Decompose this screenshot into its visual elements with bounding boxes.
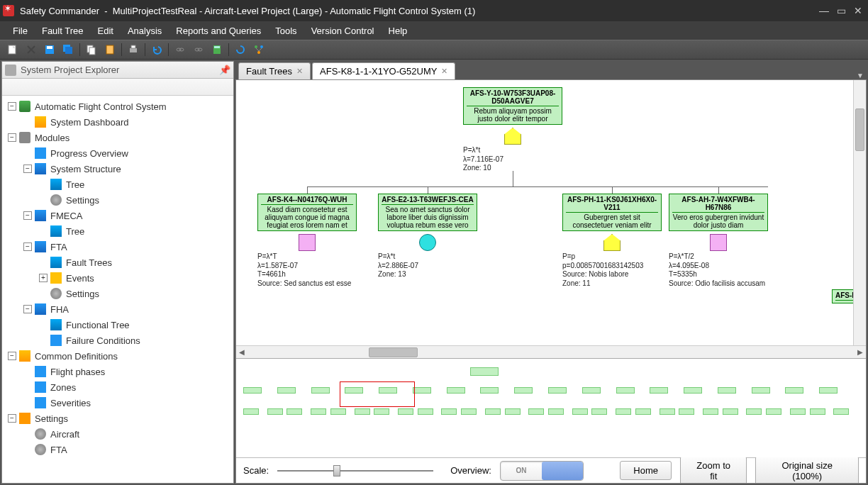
vertical-scrollbar[interactable]: [853, 80, 866, 345]
tree-item[interactable]: −Modules: [4, 130, 232, 145]
tree-item[interactable]: Tree: [4, 177, 232, 192]
tree-item[interactable]: −System Structure: [4, 161, 232, 177]
ft-node[interactable]: AFS-Y-10-W753F3UAP08-D50AAGVE7Rebum aliq…: [463, 87, 562, 173]
new-icon[interactable]: [4, 42, 21, 57]
tree-item-label: FMECA: [50, 211, 83, 221]
explorer-filter[interactable]: [2, 79, 233, 96]
link1-icon[interactable]: [172, 42, 189, 57]
overview-panel[interactable]: [236, 358, 866, 457]
tree-toggle[interactable]: −: [23, 305, 32, 313]
tree-item[interactable]: −FMECA: [4, 208, 232, 223]
menu-item-file[interactable]: File: [6, 26, 35, 36]
tree-item[interactable]: Tree: [4, 223, 232, 239]
menu-item-tools[interactable]: Tools: [268, 26, 304, 36]
tree-item[interactable]: Aircraft: [4, 426, 232, 442]
tree-toggle[interactable]: −: [8, 414, 16, 423]
tree-toggle[interactable]: −: [8, 133, 16, 142]
overview-viewport[interactable]: [340, 381, 415, 407]
overview-mini-node: [650, 387, 668, 394]
tree-toggle[interactable]: −: [8, 352, 16, 360]
original-size-button[interactable]: Original size (100%): [755, 456, 859, 484]
tree-toggle[interactable]: −: [23, 165, 32, 173]
zoom-to-fit-button[interactable]: Zoom to fit: [680, 456, 747, 484]
maximize-button[interactable]: ▭: [834, 4, 848, 18]
overview-mini-node: [243, 408, 259, 415]
tree-item[interactable]: Fault Trees: [4, 255, 232, 270]
menu-item-analysis[interactable]: Analysis: [121, 26, 169, 36]
tree-item[interactable]: −FTA: [4, 239, 232, 255]
tree-item[interactable]: Severities: [4, 395, 232, 411]
svg-point-17: [260, 45, 263, 48]
scroll-left-icon[interactable]: ◀: [236, 347, 247, 358]
ft-node[interactable]: AFS-AH-7-W4XFWB4-H67N86Vero eros gubergr…: [669, 194, 768, 288]
overview-mini-node: [723, 408, 738, 415]
ft-node[interactable]: AFS-K4--N04176Q-WUHKasd diam consetetur …: [257, 194, 357, 288]
ft-node[interactable]: AFS-PH-11-KS0J61XH6X0-V211Gubergren stet…: [562, 194, 662, 288]
menu-item-help[interactable]: Help: [382, 26, 415, 36]
overview-toggle[interactable]: ON: [500, 461, 584, 481]
scale-label: Scale:: [243, 465, 269, 476]
explorer-tree[interactable]: −Automatic Flight Control SystemSystem D…: [2, 96, 233, 483]
minimize-button[interactable]: —: [817, 4, 831, 18]
menu-item-version-control[interactable]: Version Control: [304, 26, 382, 36]
tree-item[interactable]: −Automatic Flight Control System: [4, 99, 232, 114]
tree-item[interactable]: Zones: [4, 379, 232, 395]
menu-item-edit[interactable]: Edit: [90, 26, 120, 36]
undo-icon[interactable]: [148, 42, 165, 57]
close-icon[interactable]: ✕: [296, 67, 303, 76]
horizontal-scrollbar[interactable]: ◀ ▶: [236, 345, 866, 358]
overview-mini-node: [374, 408, 389, 415]
fault-tree-canvas[interactable]: AFS-Y-10-W753F3UAP08-D50AAGVE7Rebum aliq…: [236, 80, 866, 358]
ft-gate-house-icon: [504, 128, 521, 145]
overview-mini-node: [461, 408, 477, 415]
ft-node[interactable]: AFS-E2-13-T63WEFJS-CEASea no amet sanctu…: [378, 194, 477, 279]
save-all-icon[interactable]: [60, 42, 77, 57]
tree-item[interactable]: −FHA: [4, 301, 232, 317]
overview-mini-node: [243, 387, 262, 394]
chart-icon: [19, 350, 30, 362]
overview-mini-node: [480, 387, 499, 394]
tab-dropdown-icon[interactable]: ▼: [857, 72, 864, 79]
tab[interactable]: AFS-K8-1-1-X1YO-G52UMY✕: [312, 62, 455, 79]
paste-icon[interactable]: [101, 42, 118, 57]
save-icon[interactable]: [41, 42, 58, 57]
tree-item[interactable]: Failure Conditions: [4, 333, 232, 348]
delete-icon[interactable]: [23, 42, 40, 57]
explorer-filter-input[interactable]: [2, 79, 233, 95]
tree-item[interactable]: −Settings: [4, 411, 232, 426]
copy-icon[interactable]: [83, 42, 100, 57]
scale-slider[interactable]: [277, 470, 433, 472]
scale-slider-thumb[interactable]: [333, 465, 340, 476]
tree-item[interactable]: Settings: [4, 286, 232, 301]
menu-item-reports-and-queries[interactable]: Reports and Queries: [169, 26, 268, 36]
overview-mini-node: [470, 367, 499, 376]
tree-item[interactable]: Settings: [4, 192, 232, 208]
tree-item[interactable]: Progress Overview: [4, 145, 232, 161]
calc-icon[interactable]: [208, 42, 226, 57]
tree-item[interactable]: +Events: [4, 270, 232, 286]
overview-mini-node: [679, 408, 694, 415]
tree-item[interactable]: System Dashboard: [4, 114, 232, 130]
overview-mini-node: [441, 408, 457, 415]
refresh-icon[interactable]: [232, 42, 249, 57]
set-icon: [35, 444, 46, 455]
menu-item-fault-tree[interactable]: Fault Tree: [35, 26, 91, 36]
tree-toggle[interactable]: +: [39, 274, 48, 282]
tree-item[interactable]: Functional Tree: [4, 317, 232, 333]
scroll-right-icon[interactable]: ▶: [855, 347, 866, 358]
tree-toggle[interactable]: −: [23, 211, 32, 220]
tab[interactable]: Fault Trees✕: [238, 62, 311, 79]
branch-icon[interactable]: [250, 42, 267, 57]
tree-item[interactable]: −Common Definitions: [4, 348, 232, 364]
tree-toggle[interactable]: −: [8, 102, 16, 111]
link2-icon[interactable]: [190, 42, 207, 57]
close-icon[interactable]: ✕: [441, 67, 447, 76]
close-button[interactable]: ✕: [851, 4, 865, 18]
tree-item[interactable]: FTA: [4, 442, 232, 457]
print-icon[interactable]: [125, 42, 142, 57]
tree-item[interactable]: Flight phases: [4, 364, 232, 379]
pin-icon[interactable]: 📌: [219, 65, 230, 75]
home-button[interactable]: Home: [620, 461, 672, 480]
tree-toggle[interactable]: −: [23, 242, 32, 251]
overview-mini-node: [591, 408, 607, 415]
